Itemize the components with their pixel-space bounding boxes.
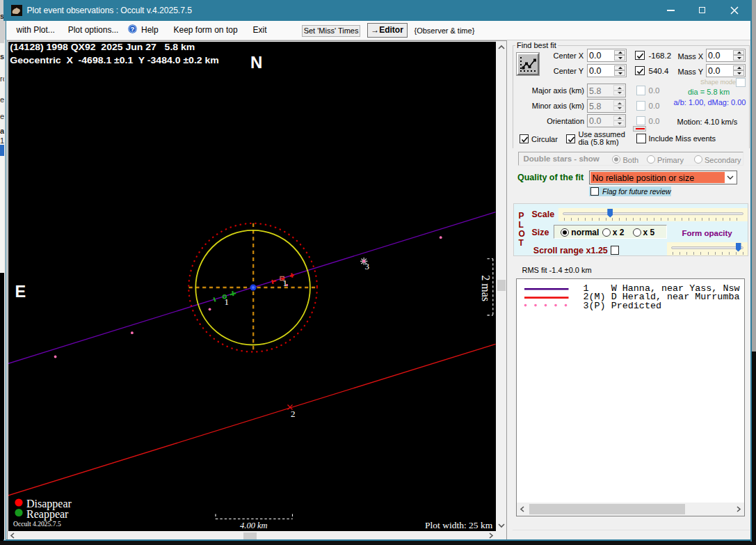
svg-text:1: 1 bbox=[283, 278, 288, 288]
svg-text:1: 1 bbox=[225, 297, 230, 307]
svg-text:3: 3 bbox=[365, 261, 370, 271]
svg-text:Geocentric X -4698.1 ±0.1 Y: Geocentric X -4698.1 ±0.1 Y -3484.0 ±0.2… bbox=[10, 56, 219, 65]
svg-text:2: 2 bbox=[291, 409, 296, 419]
svg-text:N: N bbox=[250, 53, 262, 72]
svg-text:?: ? bbox=[131, 25, 135, 33]
svg-text:2 mas: 2 mas bbox=[480, 275, 492, 301]
svg-text:E: E bbox=[15, 283, 26, 301]
svg-text:Plot width: 25 km: Plot width: 25 km bbox=[425, 520, 493, 530]
svg-text:4.00 km: 4.00 km bbox=[240, 521, 268, 530]
svg-text:Occult 4.2025.7.5: Occult 4.2025.7.5 bbox=[13, 520, 61, 528]
svg-text:(14128) 1998 QX92 2025 Jun 27: (14128) 1998 QX92 2025 Jun 27 5.8 km bbox=[10, 42, 195, 52]
svg-text:Reappear: Reappear bbox=[26, 508, 69, 521]
